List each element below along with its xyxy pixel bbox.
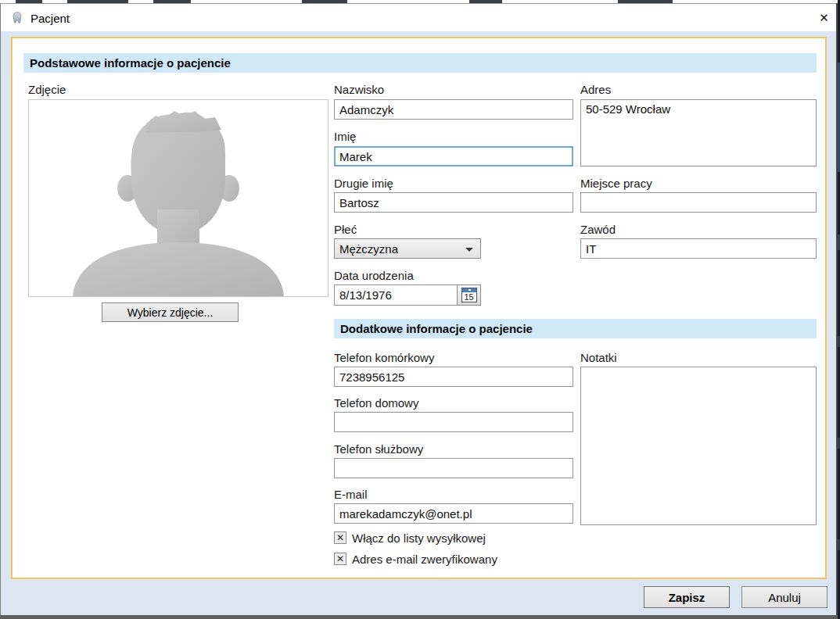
home-phone-field[interactable] [334, 412, 573, 432]
email-label: E-mail [334, 488, 368, 501]
first-name-label: Imię [334, 130, 356, 143]
first-name-field[interactable] [334, 146, 573, 166]
gender-label: Płeć [334, 223, 357, 236]
birth-date-field[interactable] [334, 284, 458, 306]
cancel-button[interactable]: Anuluj [741, 586, 827, 608]
notes-label: Notatki [580, 351, 617, 364]
save-button[interactable]: Zapisz [644, 586, 730, 608]
birth-date-label: Data urodzenia [334, 269, 414, 282]
window-title: Pacjent [31, 12, 70, 25]
section-header-additional-info: Dodatkowe informacje o pacjencie [334, 319, 817, 338]
calendar-icon-day: 15 [462, 292, 476, 302]
calendar-icon-dot [468, 289, 471, 291]
birth-date-picker: 15 [334, 284, 481, 306]
calendar-button[interactable]: 15 [457, 284, 481, 306]
home-phone-label: Telefon domowy [334, 396, 418, 410]
email-verified-checkbox-label[interactable]: Adres e-mail zweryfikowany [352, 553, 497, 566]
notes-field[interactable] [580, 367, 817, 525]
patient-photo-placeholder [28, 99, 328, 297]
last-name-field[interactable] [334, 99, 573, 120]
window-bottom-border [0, 615, 838, 619]
occupation-label: Zawód [580, 223, 616, 236]
address-field[interactable]: 50-529 Wrocław [580, 99, 817, 166]
gender-selected-value: Mężczyzna [339, 242, 398, 256]
workplace-label: Miejsce pracy [580, 177, 652, 190]
mobile-phone-label: Telefon komórkowy [334, 351, 434, 364]
title-bar: Pacjent ✕ [0, 3, 838, 32]
workplace-field[interactable] [580, 192, 817, 213]
middle-name-label: Drugie imię [334, 177, 393, 190]
email-field[interactable] [334, 503, 573, 524]
section-header-basic-info: Podstawowe informacje o pacjencie [23, 53, 817, 73]
middle-name-field[interactable] [334, 192, 573, 213]
choose-photo-button[interactable]: Wybierz zdjęcie... [102, 302, 239, 322]
address-label: Adres [580, 83, 611, 96]
photo-label: Zdjęcie [28, 83, 66, 96]
calendar-icon: 15 [461, 288, 477, 302]
occupation-field[interactable] [580, 238, 817, 259]
mobile-phone-field[interactable] [334, 367, 573, 387]
chevron-down-icon [465, 248, 473, 252]
last-name-label: Nazwisko [334, 83, 384, 96]
mailing-list-checkbox-label[interactable]: Włącz do listy wysyłkowej [352, 531, 486, 545]
close-icon[interactable]: ✕ [809, 4, 838, 32]
tooth-icon [10, 11, 24, 25]
gender-dropdown[interactable]: Mężczyzna [334, 238, 481, 259]
person-silhouette [29, 100, 328, 296]
email-verified-checkbox[interactable]: ✕ [334, 553, 346, 565]
work-phone-field[interactable] [334, 458, 573, 478]
mailing-list-checkbox[interactable]: ✕ [334, 531, 346, 544]
work-phone-label: Telefon służbowy [334, 442, 423, 456]
patient-dialog-window: Pacjent ✕ Podstawowe informacje o pacjen… [0, 0, 840, 619]
